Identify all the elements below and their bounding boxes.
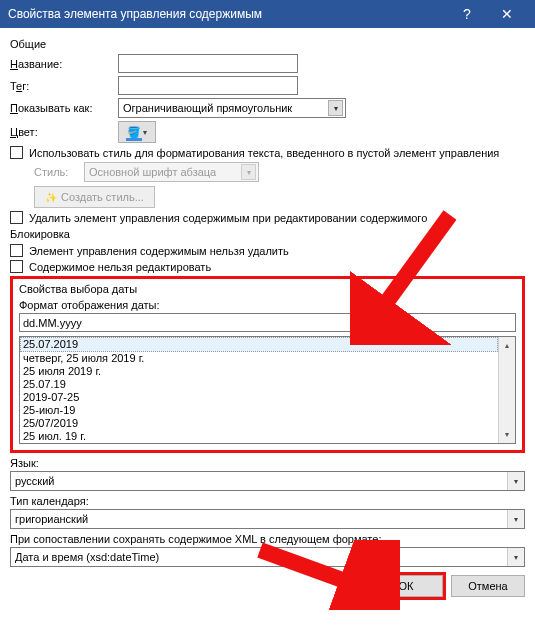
checkbox-lock-edit[interactable]: Содержимое нельзя редактировать	[10, 260, 525, 273]
group-date-properties: Свойства выбора даты Формат отображения …	[10, 276, 525, 453]
combo-calendar[interactable]: григорианский ▾	[10, 509, 525, 529]
label-name: Название:	[10, 58, 118, 70]
ok-button[interactable]: ОК	[369, 575, 443, 597]
list-item[interactable]: 25.07.2019	[20, 337, 498, 352]
chevron-down-icon[interactable]: ▾	[507, 548, 524, 566]
label-locale: Язык:	[10, 457, 525, 469]
checkbox-lock-delete[interactable]: Элемент управления содержимым нельзя уда…	[10, 244, 525, 257]
color-picker[interactable]: 🪣 ▾	[118, 121, 156, 143]
list-item[interactable]: 25 июл. 19 г.	[20, 430, 498, 443]
label-calendar: Тип календаря:	[10, 495, 525, 507]
listbox-date-formats[interactable]: 25.07.2019 четверг, 25 июля 2019 г. 25 и…	[19, 336, 516, 444]
wand-icon: ✨	[45, 192, 57, 203]
input-date-format[interactable]	[19, 313, 516, 332]
chevron-down-icon: ▾	[241, 164, 256, 180]
label-color: Цвет:	[10, 126, 118, 138]
list-item[interactable]: четверг, 25 июля 2019 г.	[20, 352, 498, 365]
window-title: Свойства элемента управления содержимым	[8, 7, 447, 21]
label-show-as: Показывать как:	[10, 102, 118, 114]
close-button[interactable]: ✕	[487, 0, 527, 28]
chevron-down-icon[interactable]: ▾	[143, 128, 147, 137]
checkbox-use-style[interactable]: Использовать стиль для форматирования те…	[10, 146, 525, 159]
button-new-style: ✨ Создать стиль...	[34, 186, 155, 208]
section-general: Общие	[10, 38, 525, 50]
input-tag[interactable]	[118, 76, 298, 95]
checkbox-remove-on-edit[interactable]: Удалить элемент управления содержимым пр…	[10, 211, 525, 224]
list-item[interactable]: 25.07.19	[20, 378, 498, 391]
list-item[interactable]: 25-июл-19	[20, 404, 498, 417]
label-tag: Тег:	[10, 80, 118, 92]
section-lock: Блокировка	[10, 228, 525, 240]
scroll-down-icon[interactable]: ▾	[499, 426, 515, 443]
label-date-format: Формат отображения даты:	[19, 299, 516, 311]
list-item[interactable]: 25 июля 2019 г.	[20, 365, 498, 378]
list-item[interactable]: 2019-07-25	[20, 391, 498, 404]
titlebar: Свойства элемента управления содержимым …	[0, 0, 535, 28]
combo-locale[interactable]: русский ▾	[10, 471, 525, 491]
combo-xml-store[interactable]: Дата и время (xsd:dateTime) ▾	[10, 547, 525, 567]
help-button[interactable]: ?	[447, 0, 487, 28]
combo-style: Основной шрифт абзаца ▾	[84, 162, 259, 182]
chevron-down-icon[interactable]: ▾	[507, 472, 524, 490]
cancel-button[interactable]: Отмена	[451, 575, 525, 597]
bucket-icon: 🪣	[127, 126, 141, 139]
chevron-down-icon[interactable]: ▾	[328, 100, 343, 116]
label-xml-store: При сопоставлении сохранять содержимое X…	[10, 533, 525, 545]
list-item[interactable]: 25/07/2019	[20, 417, 498, 430]
input-name[interactable]	[118, 54, 298, 73]
section-date-props: Свойства выбора даты	[19, 283, 516, 295]
scroll-up-icon[interactable]: ▴	[499, 337, 515, 354]
label-style: Стиль:	[34, 166, 84, 178]
scrollbar[interactable]: ▴ ▾	[498, 337, 515, 443]
chevron-down-icon[interactable]: ▾	[507, 510, 524, 528]
combo-show-as[interactable]: Ограничивающий прямоугольник ▾	[118, 98, 346, 118]
